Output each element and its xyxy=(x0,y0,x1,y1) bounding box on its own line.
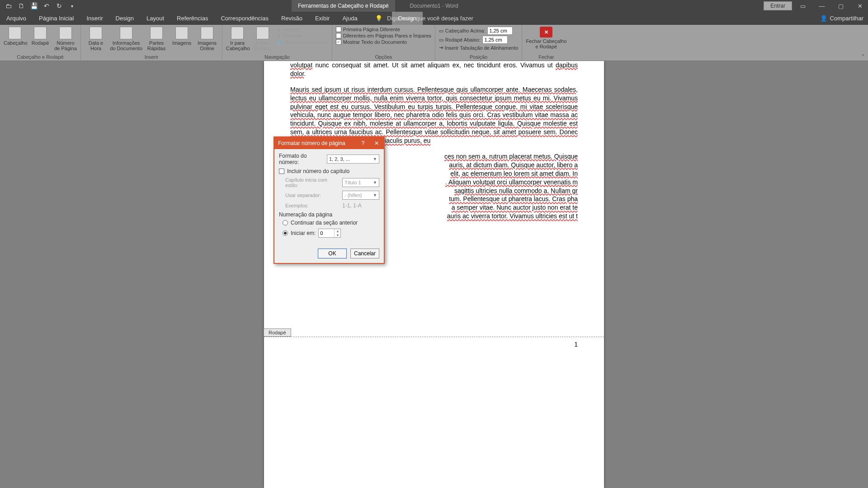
tab-align-icon: ⇥ xyxy=(439,45,443,51)
continuar-radio[interactable] xyxy=(283,220,288,225)
tab-correspondencias[interactable]: Correspondências xyxy=(214,12,275,25)
dialog-close-icon[interactable]: ✕ xyxy=(371,140,382,146)
checkbox-icon: ✓ xyxy=(336,39,341,45)
tab-referencias[interactable]: Referências xyxy=(170,12,214,25)
dialog-titlebar[interactable]: Formatar número de página ? ✕ xyxy=(274,137,384,149)
close-x-icon: ✕ xyxy=(540,27,552,38)
goto-header-icon xyxy=(231,27,244,39)
spin-down-icon[interactable]: ▼ xyxy=(335,233,340,237)
rodape-abaixo-input[interactable] xyxy=(482,36,508,44)
tab-inserir[interactable]: Inserir xyxy=(80,12,109,25)
page: volutpat nunc consequat sit amet. Ut sit… xyxy=(264,61,604,488)
minimize-icon[interactable]: — xyxy=(814,0,830,12)
imagens-button[interactable]: Imagens xyxy=(170,27,193,46)
formato-numero-label: Formato do número: xyxy=(279,153,324,165)
partes-rapidas-button[interactable]: Partes Rápidas xyxy=(145,27,168,51)
cabecalho-acima-row: ▭ Cabeçalho Acima: xyxy=(439,27,518,35)
doc-text: elit, ac elementum leo lorem sit amet di… xyxy=(450,169,578,178)
rodape-button[interactable]: Rodapé xyxy=(29,27,52,46)
iniciar-em-input[interactable] xyxy=(319,230,334,236)
doc-text: . xyxy=(304,70,306,77)
redo-icon[interactable]: ↻ xyxy=(55,2,63,10)
ok-button[interactable]: OK xyxy=(318,249,347,258)
tell-me[interactable]: 💡 Diga-me o que você deseja fazer xyxy=(375,12,473,25)
ir-cabecalho-button[interactable]: Ir para Cabeçalho xyxy=(226,27,249,51)
maximize-icon[interactable]: ▢ xyxy=(833,0,849,12)
primeira-diferente-checkbox[interactable]: Primeira Página Diferente xyxy=(336,27,431,32)
signin-button[interactable]: Entrar xyxy=(764,1,792,10)
doc-text: tum. Pellentesque ut pharetra lacus. Cra… xyxy=(449,195,578,203)
cancelar-button[interactable]: Cancelar xyxy=(350,249,379,258)
data-hora-button[interactable]: Data e Hora xyxy=(85,27,107,51)
tab-pagina-inicial[interactable]: Página Inicial xyxy=(33,12,80,25)
tab-exibir[interactable]: Exibir xyxy=(309,12,336,25)
tab-revisao[interactable]: Revisão xyxy=(275,12,309,25)
iniciar-em-spinner[interactable]: ▲▼ xyxy=(318,229,341,238)
usar-separador-select: - (hífen) ▼ xyxy=(342,191,379,200)
tab-ajuda[interactable]: Ajuda xyxy=(336,12,363,25)
group-fechar-label: Fechar xyxy=(526,54,566,60)
doc-text: volutpat xyxy=(290,61,312,69)
page-number[interactable]: 1 xyxy=(264,337,604,348)
fechar-hf-button[interactable]: ✕ Fechar Cabeçalho e Rodapé xyxy=(526,27,566,49)
anterior-button: ▲Anterior xyxy=(277,27,328,32)
dialog-help-icon[interactable]: ? xyxy=(358,140,368,146)
capitulo-inicia-select: Título 1 ▼ xyxy=(342,178,379,187)
primeira-label: Primeira Página Diferente xyxy=(343,27,400,32)
numero-pagina-button[interactable]: Número de Página xyxy=(54,27,77,51)
doc-text: sagittis ultricies nulla commodo a. Null… xyxy=(454,187,578,195)
imagens-online-button[interactable]: Imagens Online xyxy=(196,27,218,51)
new-icon[interactable]: 🗋 xyxy=(17,2,25,10)
incluir-capitulo-label: Incluir número do capítulo xyxy=(287,168,349,174)
tab-layout[interactable]: Layout xyxy=(140,12,170,25)
datetime-icon xyxy=(90,27,102,39)
formato-numero-select[interactable]: 1, 2, 3, ... ▼ xyxy=(327,155,379,164)
tab-arquivo[interactable]: Arquivo xyxy=(0,12,33,25)
anterior-label: Anterior xyxy=(283,27,301,32)
group-navegacao-label: Navegação xyxy=(226,54,328,60)
qat-more-icon[interactable]: ▾ xyxy=(68,2,76,10)
group-header-footer: Cabeçalho Rodapé Número de Página Cabeça… xyxy=(0,25,81,61)
chevron-down-icon: ▼ xyxy=(373,180,377,185)
checkbox-icon xyxy=(336,27,341,32)
info-documento-button[interactable]: Informações do Documento xyxy=(110,27,142,51)
goto-footer-icon xyxy=(256,27,269,39)
undo-icon[interactable]: ↶ xyxy=(42,2,51,10)
inserir-tab-alinhamento-button[interactable]: ⇥ Inserir Tabulação de Alinhamento xyxy=(439,45,518,51)
group-posicao-label: Posição xyxy=(439,54,518,60)
pares-impares-checkbox[interactable]: Diferentes em Páginas Pares e Ímpares xyxy=(336,33,431,38)
header-icon xyxy=(9,27,21,39)
close-window-icon[interactable]: ✕ xyxy=(852,0,868,12)
header-top-icon: ▭ xyxy=(439,28,443,34)
docinfo-icon xyxy=(120,27,132,39)
spin-up-icon[interactable]: ▲ xyxy=(335,229,340,233)
cabecalho-button[interactable]: Cabeçalho xyxy=(4,27,26,46)
spinner-buttons[interactable]: ▲▼ xyxy=(334,229,340,237)
info-documento-label: Informações do Documento xyxy=(110,40,142,51)
online-pictures-icon xyxy=(201,27,213,39)
footer-bottom-icon: ▭ xyxy=(439,37,443,43)
chevron-down-icon: ▼ xyxy=(373,157,377,161)
iniciar-em-radio[interactable] xyxy=(283,230,288,236)
share-button[interactable]: 👤 Compartilhar xyxy=(820,12,863,25)
save-disk-icon[interactable]: 💾 xyxy=(30,2,38,10)
save-icon[interactable]: 🗀 xyxy=(5,2,13,10)
dialog-body: Formato do número: 1, 2, 3, ... ▼ Inclui… xyxy=(274,149,384,245)
doc-text: auris, at dictum diam. Quisque auctor, l… xyxy=(449,161,578,169)
collapse-ribbon-icon[interactable]: ⌃ xyxy=(861,53,865,60)
pictures-icon xyxy=(175,27,188,39)
exemplos-label: Exemplos: xyxy=(285,203,340,208)
checkbox-icon xyxy=(336,33,341,38)
doc-text: . Aliquam volutpat orci ullamcorper vene… xyxy=(445,178,578,187)
page-number-icon xyxy=(59,27,72,39)
capitulo-inicia-value: Título 1 xyxy=(344,180,361,185)
cabecalho-acima-label: Cabeçalho Acima: xyxy=(445,28,486,33)
mostrar-texto-checkbox[interactable]: ✓Mostrar Texto do Documento xyxy=(336,39,431,45)
contextual-tab: Ferramentas de Cabeçalho e Rodapé xyxy=(292,0,395,12)
incluir-capitulo-checkbox[interactable] xyxy=(279,169,284,174)
tab-design[interactable]: Design xyxy=(109,12,140,25)
ribbon-display-icon[interactable]: ▭ xyxy=(795,0,811,12)
usar-separador-label: Usar separador: xyxy=(285,192,340,198)
cabecalho-acima-input[interactable] xyxy=(487,27,513,35)
cabecalho-label: Cabeçalho xyxy=(4,40,26,46)
